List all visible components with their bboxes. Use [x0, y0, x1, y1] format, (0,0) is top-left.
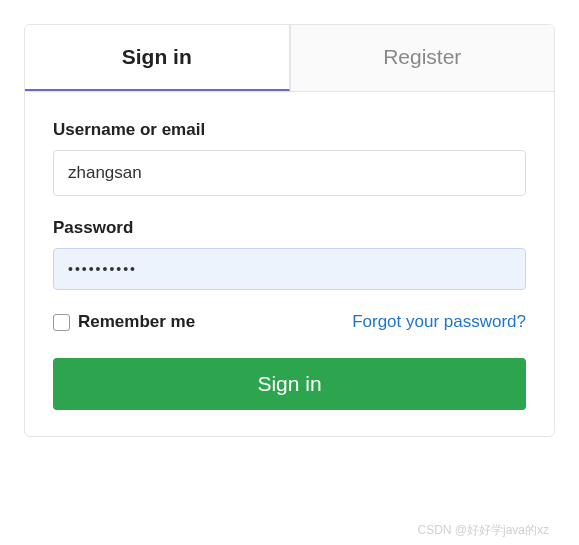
username-label: Username or email: [53, 120, 526, 140]
tab-register[interactable]: Register: [290, 25, 555, 91]
signin-form: Username or email Password Remember me F…: [25, 92, 554, 436]
tab-signin[interactable]: Sign in: [25, 25, 290, 91]
auth-tabs: Sign in Register: [25, 25, 554, 92]
password-input[interactable]: [53, 248, 526, 290]
password-group: Password: [53, 218, 526, 290]
auth-card: Sign in Register Username or email Passw…: [24, 24, 555, 437]
remember-group: Remember me: [53, 312, 195, 332]
remember-checkbox[interactable]: [53, 314, 70, 331]
password-label: Password: [53, 218, 526, 238]
username-input[interactable]: [53, 150, 526, 196]
remember-label: Remember me: [78, 312, 195, 332]
username-group: Username or email: [53, 120, 526, 196]
watermark-text: CSDN @好好学java的xz: [417, 522, 549, 539]
options-row: Remember me Forgot your password?: [53, 312, 526, 332]
forgot-password-link[interactable]: Forgot your password?: [352, 312, 526, 332]
signin-button[interactable]: Sign in: [53, 358, 526, 410]
